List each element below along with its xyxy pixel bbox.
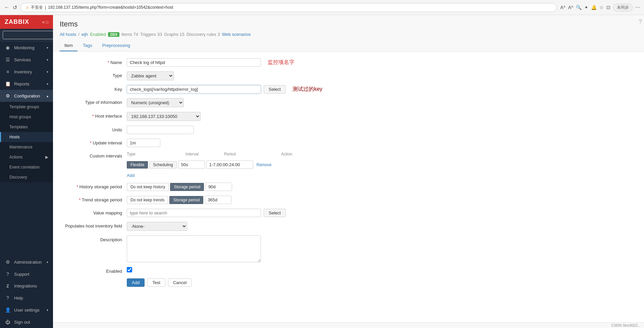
- description-label: Description: [60, 236, 127, 242]
- enabled-checkbox[interactable]: [127, 267, 132, 272]
- user-settings-label: User settings: [14, 308, 40, 313]
- sign-out-icon: ⏻: [5, 319, 11, 325]
- browser-action-2[interactable]: Aᴬ: [568, 5, 573, 10]
- inventory-select[interactable]: -None-: [127, 222, 187, 231]
- collapse-icon[interactable]: «: [42, 20, 45, 24]
- support-icon: ?: [5, 271, 11, 277]
- host-iface-label: * Host interface: [60, 112, 127, 119]
- refresh-button[interactable]: ↺: [13, 4, 17, 11]
- user-settings-arrow: ▾: [47, 308, 48, 312]
- no-trend-button[interactable]: Do not keep trends: [127, 196, 168, 204]
- sidebar-item-reports[interactable]: 📋 Reports ▾: [0, 78, 53, 90]
- key-input[interactable]: [127, 85, 261, 93]
- logo-icons: « □: [42, 20, 48, 24]
- browser-action-7[interactable]: ⊡: [606, 5, 610, 10]
- sidebar-item-sign-out[interactable]: ⏻ Sign out: [0, 316, 53, 328]
- description-textarea[interactable]: [127, 236, 261, 262]
- sidebar-item-help[interactable]: ? Help: [0, 292, 53, 304]
- name-input[interactable]: [127, 58, 261, 67]
- intervals-header: Type Interval Period Action: [127, 152, 308, 156]
- description-control-wrap: [127, 236, 261, 262]
- flexible-button[interactable]: Flexible: [127, 161, 148, 169]
- browser-action-3[interactable]: 🔍: [576, 5, 582, 10]
- tab-preprocessing[interactable]: Preprocessing: [98, 40, 135, 51]
- host-interface-select[interactable]: 192.168.137.133:10050: [127, 112, 201, 121]
- tab-tags[interactable]: Tags: [78, 40, 97, 51]
- expand-icon[interactable]: □: [46, 20, 48, 24]
- browser-menu[interactable]: ⋯: [635, 5, 640, 10]
- sidebar-item-templates[interactable]: Templates: [0, 122, 53, 132]
- type-select[interactable]: Zabbix agent: [127, 71, 174, 80]
- scheduling-button[interactable]: Scheduling: [149, 161, 176, 169]
- configuration-icon: ⚙: [5, 93, 11, 99]
- app-container: ZABBIX « □ 🔍 ◉ Monitoring ▾ ☰ Services ▾…: [0, 15, 644, 328]
- url-text: 192.168.137.135/items.php?form=create&ho…: [48, 5, 173, 10]
- units-label: Units: [60, 126, 127, 132]
- interval-input[interactable]: [178, 160, 205, 169]
- page-help-icon[interactable]: ?: [639, 18, 642, 25]
- update-interval-input[interactable]: [127, 139, 160, 147]
- period-input[interactable]: [206, 160, 253, 169]
- sidebar-item-user-settings[interactable]: 👤 User settings ▾: [0, 304, 53, 316]
- sidebar-item-actions[interactable]: Actions ▶: [0, 152, 53, 162]
- tab-item[interactable]: Item: [60, 40, 77, 51]
- breadcrumb-graphs[interactable]: Graphs 15: [164, 32, 184, 37]
- value-mapping-input[interactable]: [127, 209, 261, 217]
- user-icon: 👤: [5, 307, 11, 313]
- trend-storage-button[interactable]: Storage period: [169, 196, 203, 204]
- sidebar-item-template-groups[interactable]: Template groups: [0, 102, 53, 112]
- sidebar-item-administration[interactable]: ⚙ Administration ▾: [0, 256, 53, 268]
- sidebar-item-host-groups[interactable]: Host groups: [0, 112, 53, 122]
- breadcrumb-host-name[interactable]: wjh: [82, 32, 88, 37]
- units-input[interactable]: [127, 126, 194, 134]
- add-interval-link[interactable]: Add: [127, 173, 135, 178]
- admin-label: Administration: [14, 260, 42, 265]
- breadcrumb-all-hosts[interactable]: All hosts: [60, 32, 76, 37]
- browser-action-5[interactable]: 🔔: [591, 5, 597, 10]
- browser-action-6[interactable]: ☆: [599, 5, 604, 10]
- admin-icon: ⚙: [5, 259, 11, 265]
- services-arrow: ▾: [47, 58, 48, 62]
- key-select-button[interactable]: Select: [264, 85, 286, 93]
- form-row-custom-intervals: Custom intervals Type Interval Period Ac…: [60, 152, 637, 178]
- sidebar-item-configuration[interactable]: ⚙ Configuration ▴: [0, 90, 53, 102]
- test-button[interactable]: Test: [147, 278, 165, 287]
- no-history-button[interactable]: Do not keep history: [127, 183, 169, 191]
- remove-interval-link[interactable]: Remove: [257, 162, 272, 167]
- search-input[interactable]: [3, 31, 53, 39]
- history-storage-button[interactable]: Storage period: [170, 183, 204, 191]
- services-icon: ☰: [5, 57, 11, 62]
- monitoring-label: Monitoring: [14, 45, 35, 50]
- form-row-key: Key Select 测试过的key: [60, 85, 637, 93]
- admin-arrow: ▾: [47, 260, 48, 264]
- integrations-icon: Z: [5, 284, 11, 288]
- units-control-wrap: [127, 126, 194, 134]
- back-button[interactable]: ←: [4, 4, 9, 10]
- browser-action-4[interactable]: ✦: [584, 5, 588, 10]
- add-button[interactable]: Add: [127, 278, 145, 287]
- sidebar-item-inventory[interactable]: ≡ Inventory ▾: [0, 66, 53, 78]
- breadcrumb-discovery[interactable]: Discovery rules 3: [186, 32, 220, 37]
- breadcrumb-items[interactable]: Items 74: [121, 32, 138, 37]
- sidebar-item-hosts[interactable]: Hosts: [0, 132, 53, 142]
- monitoring-icon: ◉: [5, 45, 11, 50]
- sync-button[interactable]: 未同步: [613, 4, 633, 11]
- sidebar-item-maintenance[interactable]: Maintenance: [0, 142, 53, 152]
- sidebar-item-services[interactable]: ☰ Services ▾: [0, 54, 53, 66]
- sidebar-item-support[interactable]: ? Support: [0, 268, 53, 280]
- sidebar-item-monitoring[interactable]: ◉ Monitoring ▾: [0, 42, 53, 54]
- breadcrumb-web[interactable]: Web scenarios: [222, 32, 251, 37]
- browser-actions: Aᴬ Aᴬ 🔍 ✦ 🔔 ☆ ⊡ 未同步 ⋯: [560, 4, 640, 11]
- sidebar-item-integrations[interactable]: Z Integrations: [0, 280, 53, 292]
- form-row-trend: * Trend storage period Do not keep trend…: [60, 196, 637, 204]
- type-info-select[interactable]: Numeric (unsigned): [127, 98, 184, 107]
- cancel-button[interactable]: Cancel: [168, 278, 192, 287]
- trend-value-input[interactable]: [205, 196, 231, 204]
- history-value-input[interactable]: [205, 183, 232, 191]
- sidebar-item-event-correlation[interactable]: Event correlation: [0, 162, 53, 172]
- value-mapping-select-button[interactable]: Select: [264, 209, 286, 217]
- breadcrumb-triggers[interactable]: Triggers 33: [140, 32, 162, 37]
- sidebar-item-discovery[interactable]: Discovery: [0, 172, 53, 182]
- browser-bar: ← ↺ ⚠ 不安全 | 192.168.137.135/items.php?fo…: [0, 0, 644, 15]
- browser-action-1[interactable]: Aᴬ: [560, 5, 565, 10]
